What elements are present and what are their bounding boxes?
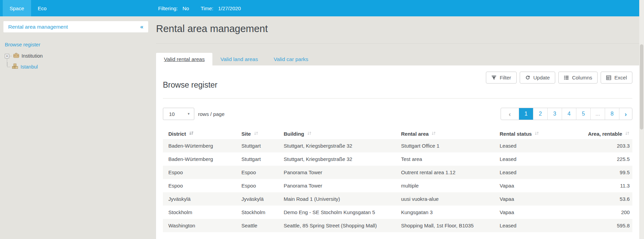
table-cell: Espoo (238, 166, 280, 179)
table-row[interactable]: Espoo Espoo Panorama Tower multiple Vapa… (163, 179, 632, 192)
page-button-8[interactable]: 8 (605, 108, 619, 120)
column-header-building[interactable]: Building (280, 129, 398, 139)
page-scrollbar[interactable] (639, 0, 644, 239)
section-title: Browse register (163, 80, 218, 90)
top-nav: Space Eco (3, 0, 53, 16)
column-header-site[interactable]: Site (238, 129, 280, 139)
table-cell: Vapaa (496, 192, 552, 206)
sort-icon (431, 131, 436, 137)
table-row[interactable]: Jyväskylä Jyväskylä Main Road 1 (Univers… (163, 192, 632, 206)
page-button-5[interactable]: 5 (576, 108, 590, 120)
pagination: ‹ 1 2 3 4 5 ... 8 › (501, 108, 632, 120)
columns-button-label: Columns (572, 75, 592, 80)
page-button-1[interactable]: 1 (519, 108, 533, 120)
sort-icon (534, 131, 539, 137)
toolbar: Filter Update (486, 72, 632, 84)
sidebar-browse-register-link[interactable]: Browse register (5, 42, 40, 47)
divider (156, 43, 639, 44)
table-cell: Espoo (238, 179, 280, 192)
table-cell: 99.5 (552, 166, 632, 179)
page-prev-button[interactable]: ‹ (501, 108, 519, 120)
panel-header: Browse register Filter (163, 72, 632, 90)
column-header-area-rentable[interactable]: Area, rentable (552, 129, 632, 139)
rows-per-page-label: rows / page (198, 111, 225, 117)
rows-per-page: 10 ▼ rows / page (163, 108, 225, 120)
boxes-icon (12, 63, 18, 71)
table-cell: Baden-Würtemberg (163, 139, 238, 152)
tab-valid-land-areas[interactable]: Valid land areas (212, 53, 266, 65)
table-cell: Panorama Tower (280, 166, 398, 179)
tree-connector (7, 62, 10, 67)
excel-button[interactable]: Excel (601, 72, 632, 84)
table-cell: Seattle (238, 219, 280, 232)
scrollbar-thumb[interactable] (640, 44, 643, 130)
table-cell: Leased (496, 139, 552, 152)
page-button-3[interactable]: 3 (547, 108, 562, 120)
table-row[interactable]: Baden-Würtemberg Stuttgart Stuttgart, Kr… (163, 152, 632, 166)
table-row[interactable]: Espoo Espoo Panorama Tower Outrent renta… (163, 166, 632, 179)
table-row[interactable]: Baden-Würtemberg Stuttgart Stuttgart, Kr… (163, 139, 632, 152)
top-tab-eco[interactable]: Eco (31, 0, 54, 16)
sort-icon (254, 131, 258, 137)
tab-valid-car-parks[interactable]: Valid car parks (266, 53, 316, 65)
update-button[interactable]: Update (520, 72, 555, 84)
update-button-label: Update (533, 75, 550, 80)
table-cell: Stuttgart (238, 139, 280, 152)
content-panel: Browse register Filter (156, 65, 639, 239)
column-header-label: Site (241, 131, 251, 137)
top-bar: Space Eco Filtering: No Time: 1/27/2020 (0, 0, 639, 16)
table-cell: 225.5 (552, 152, 632, 166)
page-button-4[interactable]: 4 (562, 108, 576, 120)
main-tabs: Valid rental areas Valid land areas Vali… (156, 53, 316, 65)
table-cell: 53.6 (552, 192, 632, 206)
tree-connector (7, 59, 7, 66)
rental-areas-table: District (163, 129, 632, 232)
column-header-label: District (168, 131, 186, 137)
column-header-label: Building (284, 131, 304, 137)
table-cell: 11.3 (552, 179, 632, 192)
table-cell: Espoo (163, 166, 238, 179)
filter-button[interactable]: Filter (486, 72, 516, 84)
table-cell: Jyväskylä (238, 192, 280, 206)
page-ellipsis: ... (590, 108, 605, 120)
time-label: Time: (201, 5, 213, 11)
topbar-status: Filtering: No Time: 1/27/2020 (158, 0, 252, 16)
page-next-button[interactable]: › (619, 108, 632, 120)
table-cell: Leased (496, 152, 552, 166)
tree-connector (9, 56, 12, 56)
top-tab-space[interactable]: Space (3, 0, 31, 16)
table-cell: multiple (398, 179, 496, 192)
column-header-label: Area, rentable (588, 131, 622, 137)
table-cell: Stockholm (238, 206, 280, 219)
table-cell: Kungsgatan 3 (398, 206, 496, 219)
table-header-row: District (163, 129, 632, 139)
table-cell: 200 (552, 206, 632, 219)
sidebar-collapse-icon[interactable]: « (140, 24, 143, 30)
column-header-rental-area[interactable]: Rental area (398, 129, 496, 139)
column-header-rental-status[interactable]: Rental status (496, 129, 552, 139)
column-header-district[interactable]: District (163, 129, 238, 139)
table-controls: 10 ▼ rows / page ‹ 1 2 3 4 5 ... 8 › (163, 108, 632, 120)
tab-valid-rental-areas[interactable]: Valid rental areas (156, 53, 212, 65)
sidebar-header: Rental area management « (3, 21, 148, 32)
tree-item-institution[interactable]: + Institution (5, 52, 107, 60)
table-cell: Espoo (163, 179, 238, 192)
rows-per-page-value: 10 (169, 111, 175, 117)
filter-icon (491, 75, 496, 80)
tree-item-istanbul[interactable]: Istanbul (5, 63, 107, 71)
tree-expander-icon[interactable]: + (5, 54, 9, 58)
table-cell: 595.8 (552, 219, 632, 232)
caret-down-icon: ▼ (187, 112, 190, 116)
columns-button[interactable]: Columns (558, 72, 598, 84)
table-row[interactable]: Washington Seattle Seattle, 85 Spring St… (163, 219, 632, 232)
time-value: 1/27/2020 (218, 5, 241, 11)
table-cell: Demo Eng - SE Stocholm Kungsgatan 5 (280, 206, 398, 219)
filtering-value: No (183, 5, 189, 11)
table-row[interactable]: Stockholm Stockholm Demo Eng - SE Stocho… (163, 206, 632, 219)
divider (163, 98, 632, 99)
table-cell: Seattle, 85 Spring Street (Shopping Mall… (280, 219, 398, 232)
rows-per-page-select[interactable]: 10 ▼ (163, 108, 194, 120)
page-button-2[interactable]: 2 (533, 108, 547, 120)
table-cell: 203.3 (552, 139, 632, 152)
table-cell: Leased (496, 219, 552, 232)
